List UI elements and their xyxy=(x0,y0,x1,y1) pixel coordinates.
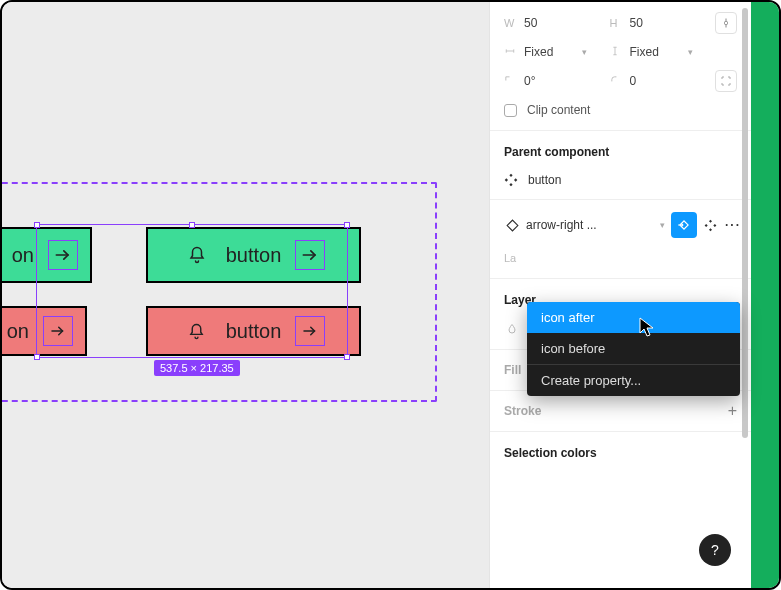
vertical-resize-icon xyxy=(610,45,624,59)
constrain-proportions-icon[interactable] xyxy=(715,12,737,34)
inspector-panel: W50 H50 Fixed▾ Fixed▾ xyxy=(489,2,751,588)
add-stroke-icon[interactable]: + xyxy=(728,402,737,420)
blend-mode-icon xyxy=(504,321,520,337)
svg-rect-4 xyxy=(725,22,728,25)
vertical-resize-value[interactable]: Fixed xyxy=(630,45,680,59)
height-label: H xyxy=(610,17,624,29)
help-icon: ? xyxy=(711,542,719,558)
instance-swap-row[interactable]: arrow-right ... ▾ ··· xyxy=(490,206,751,244)
help-button[interactable]: ? xyxy=(699,534,731,566)
svg-rect-12 xyxy=(509,183,512,186)
svg-rect-18 xyxy=(709,219,712,222)
independent-corners-icon[interactable] xyxy=(715,70,737,92)
chevron-down-icon: ▾ xyxy=(688,47,693,57)
button-text: on xyxy=(7,320,29,343)
svg-rect-11 xyxy=(509,174,512,177)
inner-selection-box xyxy=(36,224,348,358)
rotation-value[interactable]: 0° xyxy=(524,74,574,88)
parent-component-title: Parent component xyxy=(490,137,751,167)
menu-item-create-property[interactable]: Create property... xyxy=(527,365,740,396)
chevron-down-icon: ▾ xyxy=(582,47,587,57)
selection-colors-title: Selection colors xyxy=(490,438,751,468)
rotate-icon xyxy=(504,75,518,88)
horizontal-resize-value[interactable]: Fixed xyxy=(524,45,574,59)
panel-scrollbar[interactable] xyxy=(742,8,748,438)
menu-item-icon-after[interactable]: icon after xyxy=(527,302,740,333)
component-icon xyxy=(504,173,518,187)
component-quad-icon[interactable] xyxy=(703,217,719,233)
width-label: W xyxy=(504,17,518,29)
button-text: on xyxy=(12,244,34,267)
svg-rect-20 xyxy=(705,223,708,226)
app-accent-strip xyxy=(751,2,779,588)
fill-section-title: Fill xyxy=(504,363,521,377)
more-actions-icon[interactable]: ··· xyxy=(725,218,741,232)
cursor-icon xyxy=(639,317,655,340)
svg-rect-15 xyxy=(507,220,518,231)
menu-item-icon-before[interactable]: icon before xyxy=(527,333,740,364)
svg-rect-19 xyxy=(709,228,712,231)
svg-rect-21 xyxy=(714,223,717,226)
corner-radius-icon xyxy=(610,75,624,88)
clip-content-checkbox[interactable] xyxy=(504,104,517,117)
chevron-down-icon[interactable]: ▾ xyxy=(660,220,665,230)
layer-section-clipped: La xyxy=(504,252,516,264)
stroke-section-title: Stroke xyxy=(504,404,541,418)
apply-instance-swap-button[interactable] xyxy=(671,212,697,238)
instance-name: arrow-right ... xyxy=(526,218,652,232)
svg-rect-14 xyxy=(514,178,517,181)
design-canvas[interactable]: on button on button xyxy=(2,2,489,588)
height-value[interactable]: 50 xyxy=(630,16,680,30)
selection-dimensions-label: 537.5 × 217.35 xyxy=(154,360,240,376)
instance-icon xyxy=(504,217,520,233)
property-context-menu: icon after icon before Create property..… xyxy=(527,302,740,396)
corner-radius-value[interactable]: 0 xyxy=(630,74,680,88)
width-value[interactable]: 50 xyxy=(524,16,574,30)
parent-component-row[interactable]: button xyxy=(490,167,751,193)
svg-rect-13 xyxy=(505,178,508,181)
horizontal-resize-icon xyxy=(504,46,518,58)
parent-component-name: button xyxy=(528,173,561,187)
clip-content-label: Clip content xyxy=(527,103,590,117)
